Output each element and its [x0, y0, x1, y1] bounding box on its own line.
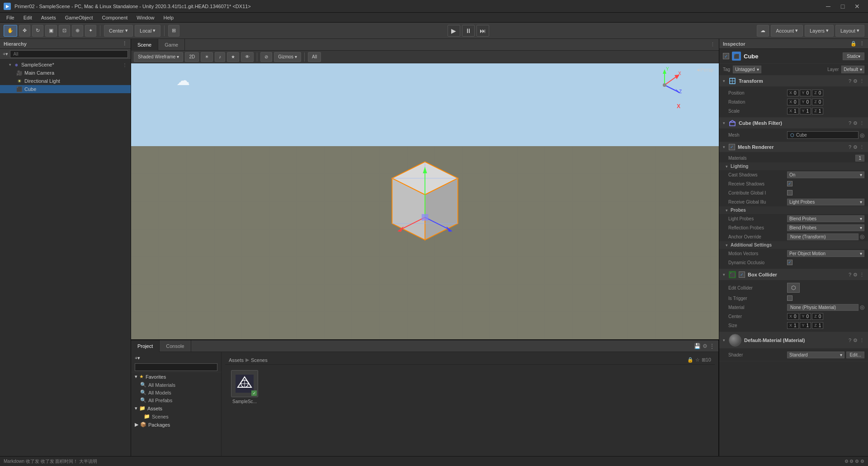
meshrenderer-help-icon[interactable]: ? — [849, 144, 851, 150]
hierarchy-search-input[interactable] — [10, 50, 128, 58]
layers-button[interactable]: Layers ▾ — [805, 25, 834, 37]
collider-material-pick-icon[interactable]: ◎ — [860, 304, 864, 310]
size-y-field[interactable]: Y 1 — [800, 322, 811, 329]
favorites-section[interactable]: ▾ ★ Favorites — [131, 372, 221, 381]
edit-collider-button[interactable]: ⬡ — [787, 283, 800, 293]
lighting-toggle[interactable]: ☀ — [201, 52, 213, 62]
meshfilter-header[interactable]: ▾ Cube (Mesh Filter) ? ⚙ ⋮ — [719, 118, 868, 128]
rotate-tool-button[interactable]: ↻ — [32, 25, 43, 37]
all-models-item[interactable]: 🔍 All Models — [131, 389, 221, 396]
motion-vectors-dropdown[interactable]: Per Object Motion ▾ — [787, 250, 864, 257]
menu-file[interactable]: File — [2, 14, 19, 21]
cast-shadows-dropdown[interactable]: On ▾ — [787, 171, 864, 178]
menu-window[interactable]: Window — [132, 14, 159, 21]
scenes-folder-item[interactable]: 📁 Scenes — [131, 413, 221, 420]
probes-subsection-header[interactable]: ▾ Probes — [719, 206, 868, 214]
move-tool-button[interactable]: ✥ — [19, 25, 30, 37]
rotation-y-field[interactable]: Y 0 — [800, 99, 811, 105]
hierarchy-item-samplescene[interactable]: ▾ ⎈ SampleScene* ⋮ — [0, 61, 131, 69]
viewport[interactable]: ☁ — [131, 63, 719, 339]
material-settings-icon[interactable]: ⚙ — [853, 338, 858, 343]
collab-button[interactable]: ☁ — [757, 25, 769, 37]
dynamic-occlusion-checkbox[interactable] — [787, 260, 793, 265]
hierarchy-menu-icon[interactable]: ⋮ — [122, 41, 127, 47]
meshrenderer-checkbox[interactable]: ✓ — [729, 144, 735, 150]
menu-help[interactable]: Help — [159, 14, 178, 21]
lighting-subsection-header[interactable]: ▾ Lighting — [719, 162, 868, 170]
hierarchy-item-cube[interactable]: ⬛ Cube — [0, 85, 131, 93]
boxcollider-help-icon[interactable]: ? — [849, 272, 851, 278]
size-z-field[interactable]: Z 1 — [812, 322, 823, 329]
project-search-input[interactable] — [135, 363, 217, 371]
rotation-z-field[interactable]: Z 0 — [812, 99, 823, 105]
center-button[interactable]: Center ▾ — [104, 25, 133, 37]
material-menu-icon[interactable]: ⋮ — [859, 338, 864, 343]
all-prefabs-item[interactable]: 🔍 All Prefabs — [131, 396, 221, 404]
minimize-button[interactable]: ─ — [821, 0, 835, 13]
account-button[interactable]: Inspector Account ▾ — [771, 25, 803, 37]
scene-tab-menu[interactable]: ⋮ — [707, 40, 719, 49]
transform-component-header[interactable]: ▾ Transform ? ⚙ ⋮ — [719, 76, 868, 86]
game-tab[interactable]: Game — [158, 39, 185, 51]
menu-assets[interactable]: Assets — [37, 14, 61, 21]
boxcollider-menu-icon[interactable]: ⋮ — [859, 272, 864, 278]
layer-dropdown[interactable]: Default ▾ — [841, 66, 864, 73]
meshrenderer-settings-icon[interactable]: ⚙ — [853, 144, 858, 150]
panel-menu-icon[interactable]: ⋮ — [709, 343, 715, 349]
scene-search-toggle[interactable]: ⊘ — [260, 52, 272, 62]
scale-z-field[interactable]: Z 1 — [812, 108, 823, 114]
size-x-field[interactable]: X 1 — [787, 322, 799, 329]
meshfilter-settings-icon[interactable]: ⚙ — [853, 120, 858, 126]
scene-tab[interactable]: Scene — [131, 39, 158, 51]
boxcollider-checkbox[interactable]: ✓ — [739, 271, 745, 278]
transform-menu-icon[interactable]: ⋮ — [859, 78, 864, 84]
gizmos-button[interactable]: Gizmos ▾ — [274, 52, 301, 62]
scale-tool-button[interactable]: ▣ — [45, 25, 57, 37]
reflection-probes-dropdown[interactable]: Blend Probes ▾ — [787, 224, 864, 231]
console-tab[interactable]: Console — [160, 340, 191, 352]
local-button[interactable]: Local ▾ — [135, 25, 160, 37]
packages-section[interactable]: ▶ 📦 Packages — [131, 420, 221, 429]
save-project-icon[interactable]: 💾 — [694, 343, 701, 349]
file-item-samplescene[interactable]: ✓ SampleSc... — [229, 370, 260, 404]
material-header[interactable]: ▾ Default-Material (Material) ? ⚙ ⋮ — [719, 332, 868, 348]
hierarchy-item-maincamera[interactable]: 🎥 Main Camera — [0, 69, 131, 77]
project-tab[interactable]: Project — [131, 340, 160, 352]
menu-edit[interactable]: Edit — [19, 14, 37, 21]
add-hierarchy-button[interactable]: +▾ — [3, 51, 8, 57]
maximize-button[interactable]: □ — [835, 0, 850, 13]
play-button[interactable]: ▶ — [448, 25, 460, 37]
shader-edit-button[interactable]: Edit... — [846, 352, 864, 358]
all-materials-item[interactable]: 🔍 All Materials — [131, 381, 221, 389]
boxcollider-header[interactable]: ▾ ⬛ ✓ Box Collider ? ⚙ ⋮ — [719, 269, 868, 280]
transform-tool-button[interactable]: ⊕ — [72, 25, 83, 37]
2d-toggle[interactable]: 2D — [185, 52, 199, 62]
scale-x-field[interactable]: X 1 — [787, 108, 799, 114]
hand-tool-button[interactable]: ✋ — [4, 25, 17, 37]
tag-dropdown[interactable]: Untagged ▾ — [733, 66, 761, 73]
center-y-field[interactable]: Y 0 — [800, 313, 811, 320]
samplescene-menu[interactable]: ⋮ — [123, 62, 127, 67]
menu-gameobject[interactable]: GameObject — [61, 14, 98, 21]
assets-bc[interactable]: Assets — [229, 357, 244, 363]
meshrenderer-menu-icon[interactable]: ⋮ — [859, 144, 864, 150]
object-enabled-checkbox[interactable]: ✓ — [723, 53, 729, 59]
boxcollider-settings-icon[interactable]: ⚙ — [853, 272, 858, 278]
meshrenderer-header[interactable]: ▾ ✓ Mesh Renderer ? ⚙ ⋮ — [719, 142, 868, 152]
scenes-bc[interactable]: Scenes — [251, 357, 268, 363]
add-fav-button[interactable]: +▾ — [131, 354, 221, 362]
pause-button[interactable]: ⏸ — [462, 25, 475, 37]
menu-component[interactable]: Component — [97, 14, 132, 21]
static-button[interactable]: Static▾ — [843, 52, 864, 60]
snap-button[interactable]: ⊞ — [168, 25, 179, 37]
object-name[interactable]: Cube — [744, 53, 840, 60]
mesh-ref[interactable]: ⬡ Cube — [787, 131, 859, 139]
filter-icon[interactable]: ⊞10 — [702, 357, 711, 363]
all-layers-filter[interactable]: All — [308, 52, 321, 62]
inspector-lock-icon[interactable]: 🔒 — [850, 41, 857, 47]
position-y-field[interactable]: Y 0 — [800, 90, 811, 96]
rect-tool-button[interactable]: ⊡ — [59, 25, 70, 37]
assets-section[interactable]: ▾ 📁 Assets — [131, 404, 221, 413]
shader-dropdown[interactable]: Standard ▾ — [787, 352, 844, 358]
position-z-field[interactable]: Z 0 — [812, 90, 823, 96]
